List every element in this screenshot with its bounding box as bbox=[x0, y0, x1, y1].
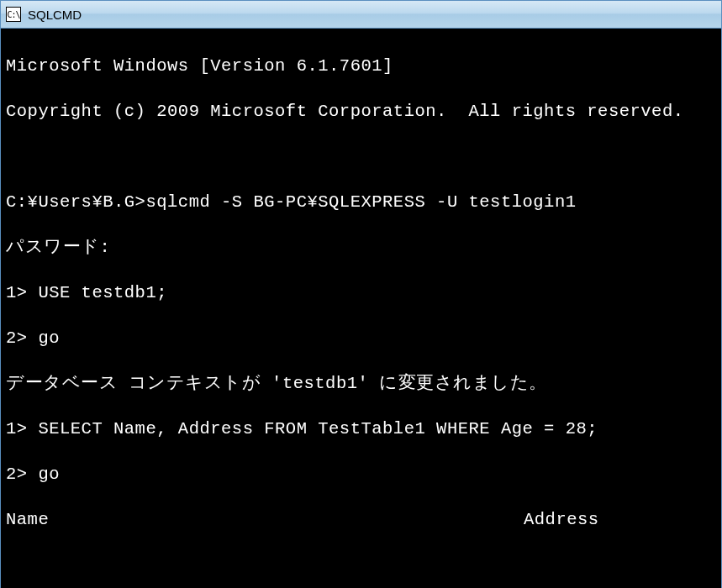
blank-line bbox=[6, 145, 716, 168]
sql-line: 2> go bbox=[6, 327, 716, 349]
window-title: SQLCMD bbox=[28, 8, 82, 22]
table-header: Address bbox=[524, 508, 716, 531]
sql-line: 2> go bbox=[6, 463, 716, 486]
terminal-output[interactable]: Microsoft Windows [Version 6.1.7601] Cop… bbox=[0, 29, 722, 588]
version-line: Microsoft Windows [Version 6.1.7601] bbox=[6, 55, 716, 77]
window-titlebar[interactable]: C:\ SQLCMD bbox=[0, 0, 722, 29]
copyright-line: Copyright (c) 2009 Microsoft Corporation… bbox=[6, 100, 716, 123]
context-message: データベース コンテキストが 'testdb1' に変更されました。 bbox=[6, 372, 716, 395]
blank-line bbox=[6, 554, 716, 576]
sql-line: 1> USE testdb1; bbox=[6, 281, 716, 304]
cmd-icon: C:\ bbox=[6, 7, 21, 22]
password-prompt: パスワード: bbox=[6, 236, 716, 259]
sql-line: 1> SELECT Name, Address FROM TestTable1 … bbox=[6, 417, 716, 440]
prompt-line: C:¥Users¥B.G>sqlcmd -S BG-PC¥SQLEXPRESS … bbox=[6, 191, 716, 213]
table-header: Name bbox=[6, 508, 524, 531]
table-header-row: NameAddress bbox=[6, 508, 716, 531]
